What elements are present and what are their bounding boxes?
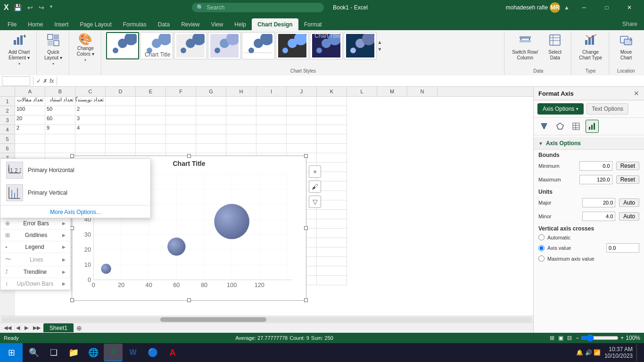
cell-J1[interactable] xyxy=(287,97,317,106)
tab-file[interactable]: File xyxy=(2,18,22,30)
cell-empty[interactable] xyxy=(226,134,256,144)
cell-H2[interactable] xyxy=(226,106,256,115)
col-header-N[interactable]: N xyxy=(407,87,438,96)
cell-F1[interactable] xyxy=(166,97,196,106)
cell-E2[interactable] xyxy=(136,106,166,115)
cell-C3[interactable]: 3 xyxy=(75,115,106,125)
cell-empty[interactable] xyxy=(196,134,226,144)
chart-style-8[interactable] xyxy=(344,32,377,59)
cell-empty[interactable] xyxy=(317,181,347,191)
shape-format-icon[interactable] xyxy=(553,120,567,133)
cell-empty[interactable] xyxy=(166,134,196,144)
cell-A4[interactable]: 2 xyxy=(15,125,45,134)
cell-empty[interactable] xyxy=(317,200,347,210)
col-header-B[interactable]: B xyxy=(45,87,75,96)
share-button[interactable]: Share xyxy=(618,18,642,30)
cell-G3[interactable] xyxy=(196,115,226,125)
row-header-2[interactable]: 2 xyxy=(0,106,15,115)
maximum-input[interactable] xyxy=(579,175,612,184)
taskbar-word[interactable]: W xyxy=(124,344,142,362)
col-header-I[interactable]: I xyxy=(256,87,287,96)
col-header-J[interactable]: J xyxy=(287,87,317,96)
axis-options-tab[interactable]: Axis Options ▾ xyxy=(537,103,584,115)
cell-G4[interactable] xyxy=(196,125,226,134)
zoom-slider[interactable] xyxy=(581,334,619,342)
add-chart-element-button[interactable]: + Add ChartElement ▾ xyxy=(6,32,33,67)
format-axis-close-button[interactable]: ✕ xyxy=(634,90,639,97)
cell-empty[interactable] xyxy=(15,134,45,144)
automatic-radio[interactable] xyxy=(538,234,545,240)
chart-style-5[interactable] xyxy=(242,32,275,59)
row-header-5[interactable]: 5 xyxy=(0,134,15,144)
row-header-4[interactable]: 4 xyxy=(0,125,15,134)
chart-style-6[interactable] xyxy=(276,32,309,59)
cell-empty[interactable] xyxy=(136,134,166,144)
col-header-K[interactable]: K xyxy=(317,87,347,96)
sheet-nav-right[interactable]: ▶▶ xyxy=(31,325,42,331)
cell-empty[interactable] xyxy=(256,134,287,144)
axis-options-section-header[interactable]: ▼ Axis Options xyxy=(534,137,644,150)
cell-C2[interactable]: 2 xyxy=(75,106,106,115)
handle-tr[interactable] xyxy=(304,154,308,158)
scroll-thumb[interactable] xyxy=(160,317,266,322)
tab-data[interactable]: Data xyxy=(152,18,175,30)
taskbar-task-view[interactable]: ❑ xyxy=(44,344,63,362)
col-header-F[interactable]: F xyxy=(166,87,196,96)
cell-empty[interactable] xyxy=(317,238,347,247)
add-sheet-button[interactable]: ⊕ xyxy=(74,324,84,332)
axis-value-radio[interactable] xyxy=(538,245,545,251)
handle-bl[interactable] xyxy=(70,298,74,302)
cell-empty[interactable] xyxy=(317,276,347,285)
cell-empty[interactable] xyxy=(196,144,226,153)
cell-H3[interactable] xyxy=(226,115,256,125)
tab-insert[interactable]: Insert xyxy=(49,18,74,30)
primary-vertical-item[interactable]: Primary Vertical xyxy=(0,181,150,204)
tab-home[interactable]: Home xyxy=(22,18,49,30)
cell-A2[interactable]: 100 xyxy=(15,106,45,115)
cell-empty[interactable] xyxy=(317,247,347,257)
primary-horizontal-item[interactable]: 1 2 3 4 val Primary Horizontal xyxy=(0,159,150,181)
col-header-A[interactable]: A xyxy=(15,87,45,96)
chart-style-7[interactable]: Chart Title xyxy=(310,32,343,59)
cell-C4[interactable]: 4 xyxy=(75,125,106,134)
taskbar-excel[interactable]: X xyxy=(104,344,123,362)
normal-view-button[interactable]: ⊞ xyxy=(550,335,554,341)
bar-chart-format-icon[interactable] xyxy=(586,120,599,133)
panel-item-error-bars[interactable]: ⊕ Error Bars ▶ xyxy=(0,218,70,230)
sheet-nav-left[interactable]: ◀◀ xyxy=(2,325,13,331)
cell-empty[interactable] xyxy=(45,134,75,144)
cell-empty[interactable] xyxy=(136,144,166,153)
minimum-reset-button[interactable]: Reset xyxy=(616,162,639,170)
cell-E1[interactable] xyxy=(136,97,166,106)
panel-item-gridlines[interactable]: ⊞ Gridlines ▶ xyxy=(0,230,70,241)
taskbar-search[interactable]: 🔍 xyxy=(25,344,43,362)
fill-format-icon[interactable] xyxy=(537,120,551,133)
cell-I3[interactable] xyxy=(256,115,287,125)
taskbar-clock[interactable]: 10:37 AM 10/10/2023 xyxy=(604,346,633,359)
page-break-view-button[interactable]: ⊟ xyxy=(567,335,572,341)
col-header-D[interactable]: D xyxy=(106,87,136,96)
chart-style-button[interactable]: 🖌 xyxy=(309,181,321,193)
select-data-button[interactable]: SelectData xyxy=(543,32,567,62)
cell-B3[interactable]: 60 xyxy=(45,115,75,125)
cell-E3[interactable] xyxy=(136,115,166,125)
cell-D1[interactable] xyxy=(106,97,136,106)
minor-input[interactable] xyxy=(582,212,615,221)
handle-mr[interactable] xyxy=(304,226,308,230)
text-options-tab[interactable]: Text Options xyxy=(586,103,628,115)
tab-review[interactable]: Review xyxy=(175,18,205,30)
ribbon-collapse-icon[interactable]: ▲ xyxy=(564,4,570,11)
cell-empty[interactable] xyxy=(75,144,106,153)
cell-J2[interactable] xyxy=(287,106,317,115)
col-header-M[interactable]: M xyxy=(377,87,407,96)
cell-F2[interactable] xyxy=(166,106,196,115)
tab-page-layout[interactable]: Page Layout xyxy=(74,18,117,30)
row-header-1[interactable]: 1 xyxy=(0,97,15,106)
max-axis-value-radio[interactable] xyxy=(538,255,545,262)
cell-empty[interactable] xyxy=(317,210,347,219)
styles-scroll-up[interactable]: ▲ xyxy=(378,40,382,45)
cell-empty[interactable] xyxy=(317,163,347,172)
horizontal-scrollbar[interactable] xyxy=(0,316,533,322)
cell-K2[interactable] xyxy=(317,106,347,115)
cell-A1[interactable]: تعداد مقالات xyxy=(15,97,45,106)
